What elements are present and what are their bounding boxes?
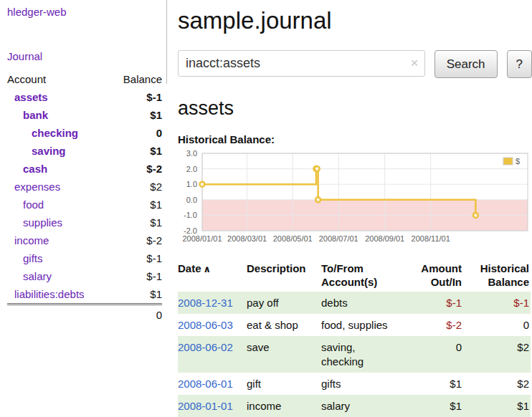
- transaction-description: eat & shop: [247, 314, 321, 336]
- account-balance: $1: [110, 285, 162, 305]
- search-input[interactable]: [178, 50, 425, 77]
- data-point-marker: [315, 166, 320, 171]
- account-heading: assets: [178, 97, 532, 120]
- account-row: expenses$2: [7, 178, 162, 196]
- account-row: income$-2: [7, 231, 162, 249]
- y-tick-label: 3.0: [186, 149, 197, 158]
- hledger-web-app: hledger-web Journal Account Balance asse…: [0, 0, 532, 417]
- register-row: 2008-06-02savesaving, checking0$2: [178, 336, 531, 373]
- transaction-date-link[interactable]: 2008-06-01: [178, 378, 233, 390]
- account-balance: $-1: [110, 88, 162, 106]
- y-tick-label: -1.0: [184, 211, 197, 219]
- register-header-balance: Historical Balance: [463, 259, 531, 292]
- sidebar-account-checking[interactable]: checking: [7, 125, 110, 140]
- transaction-date-cell: 2008-06-02: [178, 336, 247, 373]
- transaction-accounts: debts: [321, 292, 402, 314]
- register-header-date[interactable]: Date∧: [178, 259, 247, 292]
- account-row: food$1: [7, 196, 162, 214]
- account-name-cell: food: [7, 196, 110, 214]
- help-button[interactable]: ?: [507, 50, 532, 78]
- transaction-description: save: [247, 336, 321, 373]
- account-balance: $1: [110, 196, 162, 214]
- account-name-cell: cash: [7, 160, 110, 178]
- sidebar-account-saving[interactable]: saving: [7, 143, 110, 158]
- accounts-header-account: Account: [7, 72, 110, 88]
- transaction-description: gift: [247, 373, 321, 395]
- register-header-amount: Amount Out/In: [402, 259, 463, 292]
- account-row: checking0: [7, 124, 162, 142]
- sidebar-account-expenses[interactable]: expenses: [7, 179, 110, 194]
- account-balance: $1: [110, 142, 162, 160]
- x-tick-label: 2008/05/01: [273, 234, 313, 243]
- transaction-amount: $-1: [402, 292, 463, 314]
- account-balance: $1: [110, 214, 162, 231]
- data-point-marker: [200, 182, 205, 187]
- account-balance: $2: [110, 178, 162, 196]
- register-row: 2008-12-31pay offdebts$-1$-1: [178, 292, 531, 314]
- sidebar-account-income[interactable]: income: [7, 233, 110, 248]
- transaction-accounts: saving, checking: [321, 336, 402, 373]
- transaction-accounts: gifts: [321, 373, 402, 395]
- data-point-marker: [315, 197, 320, 202]
- legend-swatch: [503, 158, 513, 165]
- sidebar-account-food[interactable]: food: [7, 197, 110, 212]
- sidebar-account-assets[interactable]: assets: [7, 90, 110, 105]
- sidebar-account-bank[interactable]: bank: [7, 107, 110, 123]
- transaction-balance: $2: [463, 336, 531, 373]
- transaction-date-link[interactable]: 2008-01-01: [178, 400, 233, 412]
- search-bar: × Search ?: [178, 50, 532, 78]
- account-name-cell: salary: [7, 267, 110, 285]
- transaction-date-link[interactable]: 2008-12-31: [178, 297, 233, 309]
- accounts-table: Account Balance assets$-1bank$1checking0…: [7, 72, 162, 324]
- transaction-amount: $1: [402, 373, 463, 395]
- sidebar-account-salary[interactable]: salary: [7, 269, 110, 284]
- transaction-accounts: salary: [321, 395, 402, 417]
- sidebar-account-cash[interactable]: cash: [7, 161, 110, 176]
- transaction-balance: $-1: [463, 292, 531, 314]
- register-header-row: Date∧ Description To/From Account(s) Amo…: [178, 259, 531, 292]
- account-row: saving$1: [7, 142, 162, 160]
- account-row: bank$1: [7, 106, 162, 124]
- account-row: gifts$-1: [7, 249, 162, 267]
- transaction-date-cell: 2008-01-01: [178, 395, 247, 417]
- account-balance: $-2: [110, 231, 162, 249]
- account-name-cell: assets: [7, 88, 110, 106]
- search-button[interactable]: Search: [434, 50, 498, 78]
- account-row: salary$-1: [7, 267, 162, 285]
- transaction-date-link[interactable]: 2008-06-03: [178, 319, 233, 331]
- register-header-accounts: To/From Account(s): [321, 259, 402, 292]
- transaction-description: pay off: [247, 292, 321, 314]
- account-row: liabilities:debts$1: [7, 285, 162, 305]
- sidebar-item-journal[interactable]: Journal: [7, 50, 162, 62]
- account-name-cell: expenses: [7, 178, 110, 196]
- app-title-link[interactable]: hledger-web: [7, 6, 162, 18]
- transaction-description: income: [247, 395, 321, 417]
- register-header-description: Description: [247, 259, 321, 292]
- accounts-total-balance: 0: [110, 305, 162, 325]
- x-tick-label: 2008/07/01: [319, 234, 358, 243]
- transaction-date-link[interactable]: 2008-06-02: [178, 341, 233, 353]
- transaction-date-cell: 2008-06-01: [178, 373, 247, 395]
- main-content: sample.journal × Search ? assets Histori…: [178, 0, 532, 417]
- account-name-cell: gifts: [7, 249, 110, 267]
- sidebar-account-liabilities-debts[interactable]: liabilities:debts: [7, 287, 110, 302]
- search-input-wrap: ×: [178, 50, 425, 78]
- sidebar-account-supplies[interactable]: supplies: [7, 215, 110, 230]
- account-name-cell: income: [7, 231, 110, 249]
- transaction-date-cell: 2008-12-31: [178, 292, 247, 314]
- register-table: Date∧ Description To/From Account(s) Amo…: [178, 259, 531, 417]
- accounts-header-balance: Balance: [110, 72, 162, 88]
- transaction-amount: 0: [402, 336, 463, 373]
- account-name-cell: saving: [7, 142, 110, 160]
- register-row: 2008-06-01giftgifts$1$2: [178, 373, 531, 395]
- historical-balance-chart: 3.02.01.00.0-1.0-2.02008/01/012008/03/01…: [178, 148, 531, 248]
- transaction-amount: $-2: [402, 314, 463, 336]
- clear-search-icon[interactable]: ×: [411, 55, 419, 71]
- x-tick-label: 2008/09/01: [365, 234, 404, 243]
- transaction-balance: $1: [463, 395, 531, 417]
- transaction-balance: $2: [463, 373, 531, 395]
- transaction-balance: 0: [463, 314, 531, 336]
- sidebar-account-gifts[interactable]: gifts: [7, 251, 110, 266]
- y-tick-label: 2.0: [186, 165, 197, 173]
- legend-label: $: [516, 157, 520, 166]
